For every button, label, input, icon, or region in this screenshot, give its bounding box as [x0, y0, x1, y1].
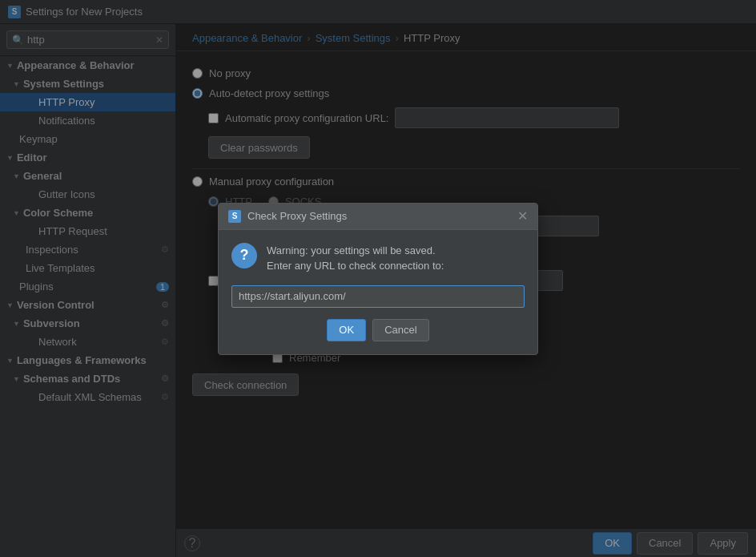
modal-title: S Check Proxy Settings — [228, 210, 347, 223]
modal-message-row: ? Warning: your settings will be saved. … — [231, 243, 525, 274]
modal-buttons: OK Cancel — [231, 319, 525, 341]
modal-overlay[interactable]: S Check Proxy Settings ✕ ? Warning: your… — [0, 0, 756, 557]
modal-ok-button[interactable]: OK — [327, 319, 366, 341]
modal-url-input[interactable] — [231, 285, 525, 308]
modal-close-button[interactable]: ✕ — [517, 210, 528, 223]
modal-question-icon: ? — [231, 243, 257, 268]
check-proxy-modal: S Check Proxy Settings ✕ ? Warning: your… — [218, 203, 538, 355]
modal-cancel-button[interactable]: Cancel — [372, 319, 428, 341]
modal-body: ? Warning: your settings will be saved. … — [219, 230, 537, 354]
modal-message: Warning: your settings will be saved. En… — [267, 243, 444, 274]
modal-title-bar: S Check Proxy Settings ✕ — [219, 204, 537, 230]
modal-title-icon: S — [228, 210, 241, 223]
